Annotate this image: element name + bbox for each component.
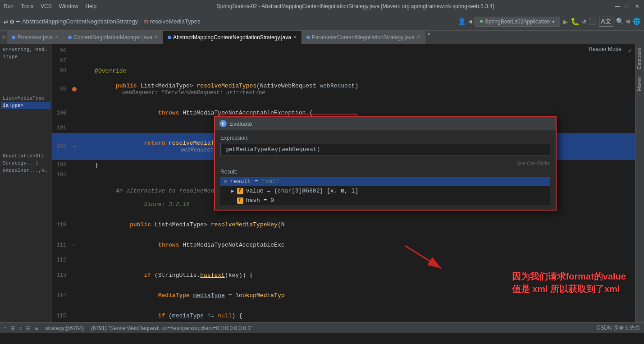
bottom-icon-5[interactable]: ≡ <box>35 325 38 331</box>
breadcrumb: AbstractMappingContentNegotiationStrateg… <box>22 18 201 25</box>
line-content-98: @Override <box>79 68 635 74</box>
settings-btn[interactable]: ⚙ <box>626 18 630 25</box>
menu-vcs[interactable]: VCS <box>41 3 52 9</box>
tab-close-parameter[interactable]: ✕ <box>416 34 420 40</box>
toggle-icon-2[interactable]: ▶ <box>231 188 234 194</box>
line-number-101: 101 <box>52 125 70 131</box>
result-label: Result: <box>220 169 550 175</box>
menu-window[interactable]: Window <box>59 3 78 9</box>
evaluate-body: Expression: getMediaTypeKey(webRequest) … <box>215 130 556 210</box>
structure-item-8: Strategy...) <box>1 160 50 167</box>
translate-icon[interactable]: A文 <box>599 17 613 27</box>
breakpoint-99[interactable] <box>72 87 77 92</box>
method-icon: m <box>144 18 148 25</box>
maximize-button[interactable]: □ <box>624 3 630 9</box>
menu-run[interactable]: Run <box>4 3 14 9</box>
reader-mode-button[interactable]: Reader Mode <box>589 46 621 52</box>
line-number-104: 104 <box>52 172 70 178</box>
field-badge-2: f <box>237 188 243 194</box>
tab-parameter-content[interactable]: ParameterContentNegotiationStrategy.java… <box>302 31 425 44</box>
result-row-1[interactable]: ∞ result = "xml" <box>220 177 550 186</box>
evaluate-popup-header: E Evaluate <box>215 117 556 130</box>
line-content-113: if (StringUtils.hasText(key)) { <box>79 265 635 285</box>
back-icon[interactable]: ◀ <box>468 18 472 25</box>
code-line-115: 115 if (mediaType != null) { <box>52 306 635 322</box>
stop-icon[interactable]: ⬛ <box>589 18 596 25</box>
profile-icon[interactable]: 🌐 <box>633 18 640 25</box>
structure-panel: 0><String, Media iType List<MediaType ia… <box>0 44 52 322</box>
line-number-103: 103 <box>52 162 70 168</box>
expression-label: Expression: <box>220 135 550 141</box>
toolbar: ⇄ ⚙ — AbstractMappingContentNegotiationS… <box>0 13 644 31</box>
structure-item-1: 0><String, Media <box>1 46 50 53</box>
bottom-right-attribution: CSDN @吉士先生 <box>596 324 640 332</box>
line-number-100: 100 <box>52 110 70 116</box>
tab-abstract-mapping[interactable]: AbstractMappingContentNegotiationStrateg… <box>163 31 302 44</box>
window-title: SpringBoot-ls-02 - AbstractMappingConten… <box>96 3 614 9</box>
settings-icon[interactable]: ⚙ <box>10 17 14 26</box>
tab-processor[interactable]: Processor.java ✕ <box>7 31 64 44</box>
code-line-113: 113 if (StringUtils.hasText(key)) { <box>52 265 635 285</box>
code-line-111: 111 ⌐ throws HttpMediaTypeNotAcceptableE… <box>52 235 635 255</box>
sidebar-tab-database[interactable]: Database <box>635 44 644 73</box>
run-button[interactable]: ▶ <box>563 17 568 27</box>
bottom-icon-3[interactable]: ↕ <box>19 325 22 331</box>
tab-overflow-icon[interactable]: ▾ <box>427 31 431 44</box>
code-line-112: 112 <box>52 255 635 265</box>
line-number-110: 110 <box>52 222 70 228</box>
tab-close-abstract[interactable]: ✕ <box>293 34 297 40</box>
breadcrumb-class[interactable]: AbstractMappingContentNegotiationStrateg… <box>22 18 138 25</box>
menu-tools[interactable]: Tools <box>21 3 33 9</box>
structure-item-6 <box>1 109 50 116</box>
breadcrumb-method[interactable]: resolveMediaTypes <box>150 18 201 25</box>
result-row-1-text: result = "xml" <box>230 178 279 185</box>
line-number-98: 98 <box>52 68 70 74</box>
expression-input[interactable]: getMediaTypeKey(webRequest) <box>220 143 550 156</box>
search-icon[interactable]: 🔍 <box>616 18 624 25</box>
run-config-selector[interactable]: ● SpringBootLs02Application ▾ <box>475 17 560 27</box>
structure-item-5[interactable]: iaType> <box>1 102 50 109</box>
line-content-99: public List<MediaType> resolveMediaTypes… <box>79 76 635 103</box>
debug-icon[interactable]: 🐛 <box>571 17 580 26</box>
run-config-dot: ● <box>480 18 483 25</box>
toolbar-left-icons: ⇄ ⚙ — <box>4 17 20 26</box>
tab-label-manager: ContentNegotiationManager.java <box>73 34 152 41</box>
tab-dot-parameter <box>306 36 310 39</box>
tab-content-negotiation-manager[interactable]: ContentNegotiationManager.java ✕ <box>64 31 163 44</box>
close-button[interactable]: ✕ <box>634 3 640 9</box>
bottom-icon-1[interactable]: ↑ <box>4 325 6 331</box>
evaluate-shortcut: Use Ctrl+Shift+ <box>220 160 550 169</box>
tab-close-processor[interactable]: ✕ <box>55 34 59 40</box>
current-line-arrow: → <box>73 143 76 150</box>
field-badge-3: f <box>237 197 243 204</box>
expand-icon[interactable]: ⇄ <box>4 17 8 26</box>
result-row-2-text: value = {char[3]@6802} [x, m, l] <box>246 188 359 194</box>
reload-icon[interactable]: ↺ <box>582 18 586 25</box>
title-bar: Run Tools VCS Window Help SpringBoot-ls-… <box>0 0 644 13</box>
bottom-status-left: ↑ ⊞ ↕ ⊟ ≡ <box>4 325 38 331</box>
line-number-102: 102 <box>52 143 70 150</box>
run-config-chevron: ▾ <box>552 18 555 25</box>
evaluate-icon: E <box>219 120 227 127</box>
tab-recent-icon[interactable]: ≡ <box>2 34 5 41</box>
sidebar-tab-maven[interactable]: Maven <box>635 73 644 95</box>
run-config-name: SpringBootLs02Application <box>485 18 550 25</box>
menu-help[interactable]: Help <box>85 3 96 9</box>
tab-close-manager[interactable]: ✕ <box>154 34 158 40</box>
result-row-2[interactable]: ▶ f value = {char[3]@6802} [x, m, l] <box>220 186 550 196</box>
line-content-114: MediaType mediaType = lookupMediaTyp <box>79 285 635 306</box>
structure-item-9: oResolver...,voi <box>1 167 50 174</box>
evaluate-title: Evaluate <box>229 120 252 127</box>
code-line-98: 98 @Override <box>52 66 635 76</box>
minus-icon[interactable]: — <box>16 18 20 26</box>
bottom-icon-4[interactable]: ⊟ <box>26 325 31 331</box>
tab-bar-controls: ≡ <box>0 31 7 44</box>
git-icon[interactable]: 👤 <box>458 18 466 25</box>
bottom-strategy-text: strategy@6784} <box>45 325 84 331</box>
bottom-icon-2[interactable]: ⊞ <box>10 325 15 331</box>
result-row-3[interactable]: ▶ f hash = 0 <box>220 196 550 205</box>
window-controls: — □ ✕ <box>614 3 640 9</box>
title-bar-menu-items: Run Tools VCS Window Help <box>4 3 96 9</box>
result-row-3-text: hash = 0 <box>246 197 274 204</box>
minimize-button[interactable]: — <box>614 3 621 9</box>
